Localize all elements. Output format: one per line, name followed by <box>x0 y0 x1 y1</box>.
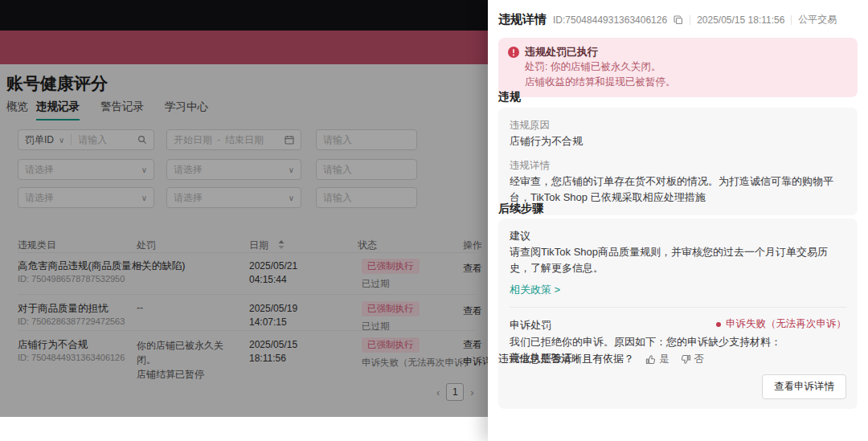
reason-value: 店铺行为不合规 <box>510 133 846 149</box>
copy-icon[interactable] <box>674 15 683 25</box>
violation-id-text: ID:7504844931363406126 <box>553 14 667 26</box>
next-steps-card: 建议 请查阅TikTok Shop商品质量规则，并审核您的过去一个月订单交易历史… <box>498 218 858 409</box>
suggestion-label: 建议 <box>510 228 846 244</box>
appeal-status: 申诉失败（无法再次申诉） <box>716 317 846 331</box>
alert-line-1: 处罚: 你的店铺已被永久关闭。 <box>525 59 848 75</box>
seller-center-page: 账号健康评分 概览 违规记录 警告记录 学习中心 罚单ID ∨ 请输入 开始日期… <box>0 0 488 417</box>
appeal-status-text: 申诉失败（无法再次申诉） <box>726 317 846 331</box>
reason-label: 违规原因 <box>510 117 846 133</box>
view-appeal-details-button[interactable]: 查看申诉详情 <box>762 374 846 399</box>
drawer-header: 违规详情 ID:7504844931363406126 2025/05/15 1… <box>498 12 844 27</box>
feedback-yes-label: 是 <box>659 353 669 366</box>
violation-info-card: 违规原因 店铺行为不合规 违规详情 经审查，您店铺的订单存在货不对板的情况。为打… <box>498 108 858 215</box>
feedback-no-label: 否 <box>694 353 705 366</box>
feedback-yes-button[interactable]: 是 <box>645 353 669 366</box>
modal-dim-overlay[interactable] <box>0 0 488 417</box>
detail-value: 经审查，您店铺的订单存在货不对板的情况。为打造诚信可靠的购物平台，TikTok … <box>510 174 846 206</box>
section-heading-violation: 违规 <box>498 90 521 104</box>
page-bottom-strip <box>0 417 488 441</box>
alert-line-2: 店铺收益的结算和提现已被暂停。 <box>525 75 848 90</box>
violation-detail-drawer: 违规详情 ID:7504844931363406126 2025/05/15 1… <box>488 0 868 441</box>
error-icon <box>508 47 519 58</box>
detail-label: 违规详情 <box>510 157 846 174</box>
feedback-no-button[interactable]: 否 <box>681 353 705 366</box>
status-dot-icon <box>716 322 721 327</box>
feedback-row: 违规信息是否清晰且有依据？ 是 否 <box>498 352 704 366</box>
penalty-executed-alert: 违规处罚已执行 处罚: 你的店铺已被永久关闭。 店铺收益的结算和提现已被暂停。 <box>498 38 858 97</box>
section-heading-next-steps: 后续步骤 <box>498 202 543 216</box>
thumbs-up-icon <box>645 354 656 365</box>
drawer-title: 违规详情 <box>498 12 547 27</box>
thumbs-down-icon <box>681 354 691 365</box>
suggestion-text: 请查阅TikTok Shop商品质量规则，并审核您的过去一个月订单交易历史，了解… <box>510 244 846 276</box>
feedback-question: 违规信息是否清晰且有依据？ <box>498 352 634 366</box>
divider <box>510 307 846 308</box>
divider <box>791 15 792 25</box>
appeal-label: 申诉处罚 <box>510 317 551 333</box>
divider <box>690 15 690 25</box>
violation-timestamp: 2025/05/15 18:11:56 <box>697 14 784 26</box>
alert-title: 违规处罚已执行 <box>525 45 598 59</box>
violation-type-tag: 公平交易 <box>798 13 837 27</box>
related-policy-link[interactable]: 相关政策 > <box>510 283 846 297</box>
